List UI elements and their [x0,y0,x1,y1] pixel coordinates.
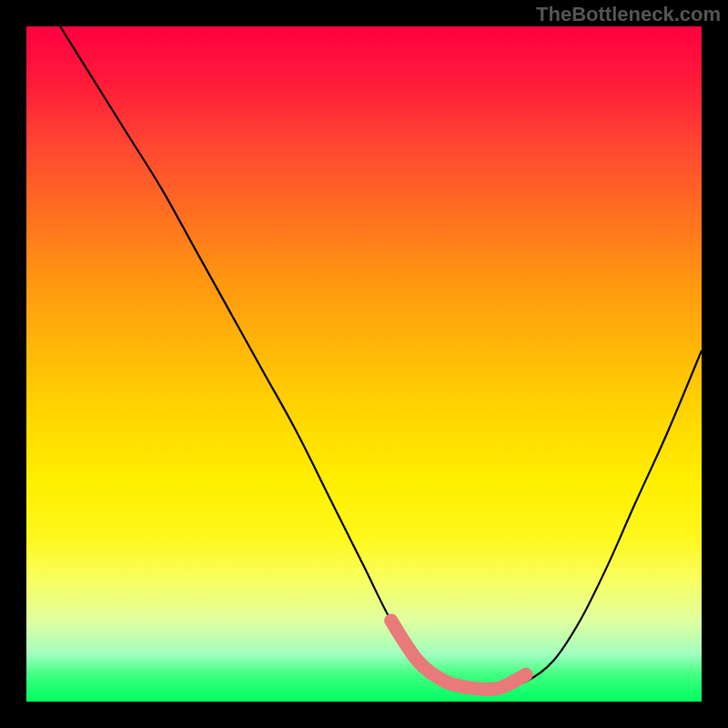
chart-svg [26,26,702,702]
chart-curve [60,26,702,689]
chart-highlight [391,621,526,690]
watermark-text: TheBottleneck.com [536,3,721,26]
chart-plot-area [26,26,702,702]
